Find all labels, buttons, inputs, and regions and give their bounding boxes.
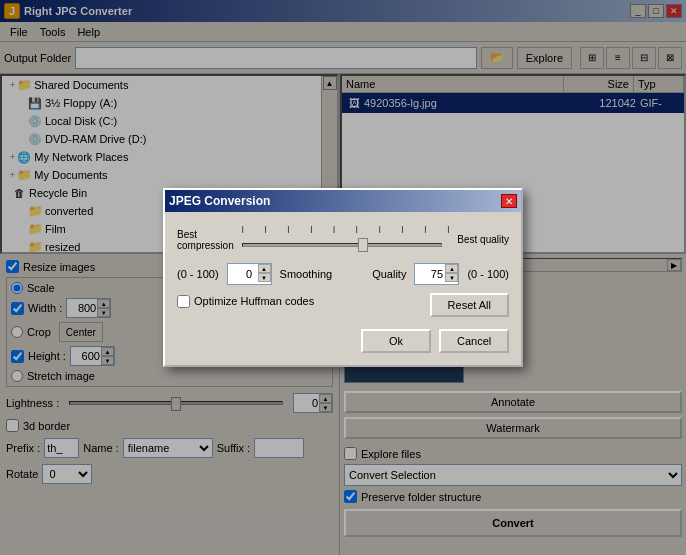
modal-title: JPEG Conversion bbox=[169, 194, 270, 208]
tick: | bbox=[447, 224, 449, 233]
smoothing-range-label: (0 - 100) bbox=[177, 268, 219, 280]
optimize-checkbox-row: Optimize Huffman codes bbox=[177, 295, 314, 308]
quality-arrows: ▲ ▼ bbox=[445, 264, 458, 282]
quality-range-label: (0 - 100) bbox=[467, 268, 509, 280]
quality-label: Quality bbox=[372, 268, 406, 280]
modal-body: Bestcompression | | | | | | | | | | bbox=[165, 212, 521, 365]
quality-down-arrow[interactable]: ▼ bbox=[445, 273, 458, 282]
tick: | bbox=[242, 224, 244, 233]
tick-marks: | | | | | | | | | | bbox=[242, 224, 450, 233]
smoothing-arrows: ▲ ▼ bbox=[258, 264, 271, 282]
best-quality-label: Best quality bbox=[457, 234, 509, 245]
smoothing-up-arrow[interactable]: ▲ bbox=[258, 264, 271, 273]
optimize-checkbox[interactable] bbox=[177, 295, 190, 308]
tick: | bbox=[287, 224, 289, 233]
tick: | bbox=[402, 224, 404, 233]
quality-up-arrow[interactable]: ▲ bbox=[445, 264, 458, 273]
tick: | bbox=[356, 224, 358, 233]
optimize-label: Optimize Huffman codes bbox=[194, 295, 314, 307]
compression-row: Bestcompression | | | | | | | | | | bbox=[177, 224, 509, 255]
smoothing-label: Smoothing bbox=[280, 268, 333, 280]
best-compression-label: Bestcompression bbox=[177, 229, 234, 251]
smoothing-quality-row: (0 - 100) ▲ ▼ Smoothing Quality ▲ ▼ bbox=[177, 263, 509, 285]
modal-title-bar: JPEG Conversion ✕ bbox=[165, 190, 521, 212]
modal-overlay: JPEG Conversion ✕ Bestcompression | | | … bbox=[0, 0, 686, 555]
tick: | bbox=[424, 224, 426, 233]
modal-buttons: Ok Cancel bbox=[177, 329, 509, 353]
tick: | bbox=[265, 224, 267, 233]
cancel-button[interactable]: Cancel bbox=[439, 329, 509, 353]
quality-spinner: ▲ ▼ bbox=[414, 263, 459, 285]
optimize-row: Optimize Huffman codes Reset All bbox=[177, 293, 509, 317]
smoothing-spinner: ▲ ▼ bbox=[227, 263, 272, 285]
ok-button[interactable]: Ok bbox=[361, 329, 431, 353]
smoothing-down-arrow[interactable]: ▼ bbox=[258, 273, 271, 282]
compression-thumb[interactable] bbox=[358, 238, 368, 252]
tick: | bbox=[333, 224, 335, 233]
modal-close-button[interactable]: ✕ bbox=[501, 194, 517, 208]
compression-slider[interactable] bbox=[242, 235, 442, 255]
tick: | bbox=[379, 224, 381, 233]
reset-all-button[interactable]: Reset All bbox=[430, 293, 509, 317]
jpeg-conversion-dialog: JPEG Conversion ✕ Bestcompression | | | … bbox=[163, 188, 523, 367]
tick: | bbox=[310, 224, 312, 233]
compression-track bbox=[242, 243, 442, 247]
